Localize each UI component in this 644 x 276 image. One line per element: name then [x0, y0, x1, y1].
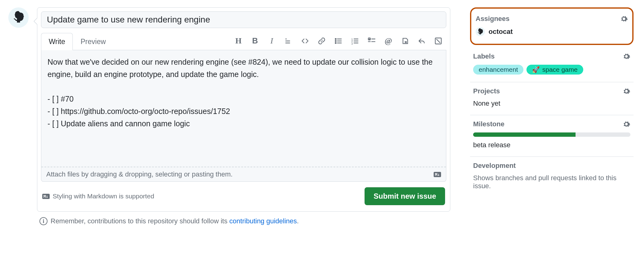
- development-value: Shows branches and pull requests linked …: [473, 174, 630, 190]
- issue-body-textarea[interactable]: Now that we've decided on our new render…: [41, 50, 446, 167]
- assignees-section: Assignees octocat: [470, 7, 634, 45]
- issue-sidebar: Assignees octocat Labels: [470, 7, 634, 197]
- octocat-icon: [476, 28, 484, 36]
- markdown-badge-icon: M↓: [42, 194, 50, 199]
- octocat-icon: [11, 10, 26, 25]
- user-avatar[interactable]: [8, 7, 29, 28]
- reply-icon[interactable]: [417, 37, 426, 45]
- ordered-list-icon[interactable]: 123: [351, 37, 359, 45]
- milestone-progress-fill: [473, 132, 576, 137]
- new-issue-form: Write Preview H B I: [37, 7, 450, 212]
- remember-suffix: .: [297, 217, 299, 225]
- projects-section: Projects None yet: [470, 82, 634, 115]
- info-icon: i: [39, 217, 47, 225]
- link-icon[interactable]: [317, 37, 326, 45]
- labels-header: Labels: [473, 52, 495, 60]
- code-icon[interactable]: [301, 37, 309, 45]
- remember-prefix: Remember, contributions to this reposito…: [51, 217, 229, 225]
- cross-reference-icon[interactable]: [401, 37, 409, 45]
- gear-icon[interactable]: [622, 87, 630, 95]
- bold-icon[interactable]: B: [251, 37, 259, 45]
- markdown-toolbar: H B I 123: [234, 37, 446, 45]
- heading-icon[interactable]: H: [234, 37, 243, 45]
- mention-icon[interactable]: @: [384, 37, 393, 45]
- milestone-header: Milestone: [473, 120, 504, 128]
- label-space-game[interactable]: 🚀 space game: [526, 65, 583, 75]
- issue-title-input[interactable]: [41, 11, 446, 28]
- assignee-user[interactable]: octocat: [476, 27, 628, 36]
- svg-point-0: [335, 38, 336, 39]
- contributing-reminder: i Remember, contributions to this reposi…: [37, 217, 450, 225]
- quote-icon[interactable]: [284, 37, 293, 45]
- svg-text:3: 3: [351, 42, 353, 45]
- label-enhancement[interactable]: enhancement: [473, 65, 523, 75]
- markdown-badge-icon[interactable]: M↓: [434, 172, 441, 177]
- attach-hint[interactable]: Attach files by dragging & dropping, sel…: [46, 170, 233, 178]
- assignees-header: Assignees: [476, 15, 510, 23]
- assignee-avatar: [476, 27, 485, 36]
- markdown-support-text: Styling with Markdown is supported: [53, 193, 154, 200]
- gear-icon[interactable]: [622, 120, 630, 128]
- tab-preview[interactable]: Preview: [73, 33, 114, 50]
- milestone-section: Milestone beta release: [470, 115, 634, 157]
- development-section: Development Shows branches and pull requ…: [470, 157, 634, 197]
- development-header: Development: [473, 162, 516, 170]
- labels-section: Labels enhancement 🚀 space game: [470, 47, 634, 82]
- gear-icon[interactable]: [620, 15, 628, 23]
- submit-new-issue-button[interactable]: Submit new issue: [365, 187, 445, 205]
- editor-tab-bar: Write Preview H B I: [41, 32, 446, 50]
- unordered-list-icon[interactable]: [334, 37, 343, 45]
- svg-point-2: [335, 42, 336, 43]
- label-space-game-text: space game: [542, 66, 577, 73]
- milestone-value[interactable]: beta release: [473, 141, 630, 149]
- italic-icon[interactable]: I: [267, 37, 276, 45]
- milestone-progress-bar: [473, 132, 630, 137]
- contributing-guidelines-link[interactable]: contributing guidelines: [229, 217, 297, 225]
- projects-value: None yet: [473, 99, 630, 108]
- svg-point-1: [335, 40, 336, 41]
- projects-header: Projects: [473, 87, 500, 95]
- diff-icon[interactable]: [434, 37, 443, 45]
- assignee-username: octocat: [489, 28, 513, 36]
- rocket-emoji-icon: 🚀: [532, 66, 540, 73]
- task-list-icon[interactable]: [367, 37, 376, 45]
- tab-write[interactable]: Write: [41, 33, 73, 50]
- gear-icon[interactable]: [622, 52, 630, 60]
